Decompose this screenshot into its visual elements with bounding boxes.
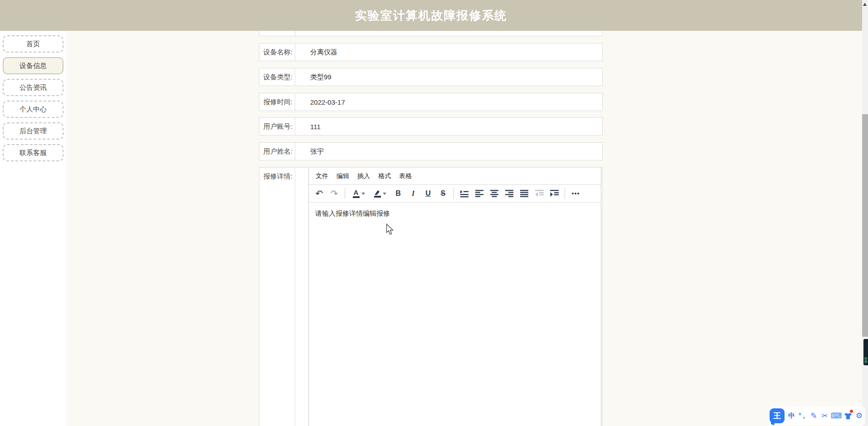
form-label — [259, 31, 295, 36]
app-header: 实验室计算机故障报修系统 — [0, 0, 862, 31]
form-row-partial — [259, 31, 603, 36]
outdent-button[interactable] — [532, 187, 546, 200]
toolbar-separator — [565, 188, 565, 199]
chevron-down-icon — [361, 193, 365, 195]
device-name-label: 设备名称: — [259, 44, 295, 61]
sidebar-item-customer-service[interactable]: 联系客服 — [3, 144, 63, 161]
form-value[interactable] — [295, 31, 602, 36]
form-row-repair-detail: 报修详情: 文件 编辑 插入 格式 表格 ↶ ↷ A — [259, 167, 603, 426]
notification-dot — [850, 410, 853, 413]
align-center-button[interactable] — [488, 187, 501, 200]
strikethrough-icon: S — [441, 189, 446, 198]
editor-toolbar: ↶ ↷ A B I — [309, 185, 601, 203]
user-account-label: 用户账号: — [259, 118, 295, 135]
ime-logo[interactable]: 王 — [770, 408, 785, 423]
italic-icon: I — [412, 189, 414, 198]
ime-toolbar: 王 中 °， ✎ ✂ ⌨ ⚙ — [768, 407, 865, 425]
align-left-button[interactable] — [473, 187, 486, 200]
user-name-value[interactable]: 张宇 — [295, 143, 602, 160]
repair-detail-label: 报修详情: — [259, 168, 295, 426]
scissors-icon[interactable]: ✂ — [821, 411, 829, 421]
device-type-label: 设备类型: — [259, 68, 295, 86]
menu-file[interactable]: 文件 — [312, 170, 332, 183]
align-justify-button[interactable] — [517, 187, 531, 200]
align-left-icon — [475, 190, 483, 197]
form-row-repair-time: 报修时间: 2022-03-17 — [259, 93, 603, 111]
edge-widget[interactable] — [863, 339, 868, 365]
gear-icon[interactable]: ⚙ — [855, 411, 863, 421]
outdent-icon — [535, 190, 544, 197]
punctuation-icon[interactable]: °， — [799, 411, 807, 421]
align-right-icon — [505, 190, 513, 197]
strikethrough-button[interactable]: S — [436, 187, 450, 200]
sidebar-item-device-info[interactable]: 设备信息 — [3, 57, 63, 74]
undo-icon: ↶ — [316, 189, 323, 198]
scroll-up-arrow-icon[interactable] — [863, 3, 867, 6]
redo-icon: ↷ — [331, 189, 338, 198]
skin-icon[interactable] — [844, 411, 852, 421]
menu-format[interactable]: 格式 — [374, 170, 395, 183]
menu-edit[interactable]: 编辑 — [332, 170, 353, 183]
form-row-device-type: 设备类型: 类型99 — [259, 68, 603, 86]
repair-time-label: 报修时间: — [259, 93, 295, 111]
align-justify-icon — [520, 190, 528, 197]
toolbar-separator — [454, 188, 454, 199]
lang-toggle-icon[interactable]: 中 — [788, 411, 795, 421]
sidebar-item-home[interactable]: 首页 — [3, 35, 63, 53]
redo-button[interactable]: ↷ — [327, 187, 341, 200]
editor-text: 请输入报修详情编辑报修 — [315, 209, 390, 217]
more-button[interactable] — [569, 187, 582, 200]
user-account-value[interactable]: 111 — [295, 118, 602, 135]
align-right-button[interactable] — [502, 187, 516, 200]
underline-icon: U — [425, 189, 431, 198]
handwriting-icon[interactable]: ✎ — [810, 411, 818, 421]
sidebar: 首页 设备信息 公告资讯 个人中心 后台管理 联系客服 — [0, 31, 66, 426]
sidebar-item-admin[interactable]: 后台管理 — [3, 122, 63, 140]
highlight-color-icon — [374, 190, 381, 198]
form-row-user-name: 用户姓名: 张宇 — [259, 142, 603, 160]
page-title: 实验室计算机故障报修系统 — [355, 8, 507, 24]
editor-menubar: 文件 编辑 插入 格式 表格 — [309, 168, 601, 185]
align-center-icon — [490, 190, 498, 197]
sidebar-item-personal-center[interactable]: 个人中心 — [3, 101, 63, 118]
indent-icon — [550, 190, 559, 197]
text-color-icon: A — [353, 189, 360, 198]
scrollbar-thumb[interactable] — [862, 114, 868, 337]
main-content: 设备名称: 分离仪器 设备类型: 类型99 报修时间: 2022-03-17 用… — [66, 31, 862, 426]
line-height-icon — [460, 190, 469, 198]
form-row-user-account: 用户账号: 111 — [259, 117, 603, 136]
chevron-down-icon — [383, 193, 386, 195]
editor-content-area[interactable]: 请输入报修详情编辑报修 — [309, 203, 601, 225]
text-color-button[interactable]: A — [349, 187, 369, 200]
user-name-label: 用户姓名: — [259, 143, 295, 160]
repair-time-value[interactable]: 2022-03-17 — [295, 93, 602, 111]
highlight-color-button[interactable] — [370, 187, 390, 200]
underline-button[interactable]: U — [421, 187, 435, 200]
toolbar-separator — [345, 188, 345, 199]
form-row-device-name: 设备名称: 分离仪器 — [259, 43, 603, 61]
rich-text-editor: 文件 编辑 插入 格式 表格 ↶ ↷ A — [308, 168, 601, 426]
italic-button[interactable]: I — [406, 187, 420, 200]
undo-button[interactable]: ↶ — [312, 187, 326, 200]
bold-button[interactable]: B — [391, 187, 405, 200]
device-type-value[interactable]: 类型99 — [295, 68, 602, 86]
more-icon — [571, 192, 580, 195]
keyboard-icon[interactable]: ⌨ — [832, 411, 841, 421]
indent-button[interactable] — [547, 187, 561, 200]
menu-table[interactable]: 表格 — [395, 170, 416, 183]
bold-icon: B — [395, 189, 401, 198]
sidebar-item-announcements[interactable]: 公告资讯 — [3, 79, 63, 96]
device-name-value[interactable]: 分离仪器 — [295, 44, 602, 61]
menu-insert[interactable]: 插入 — [353, 170, 374, 183]
line-height-button[interactable] — [458, 187, 471, 200]
